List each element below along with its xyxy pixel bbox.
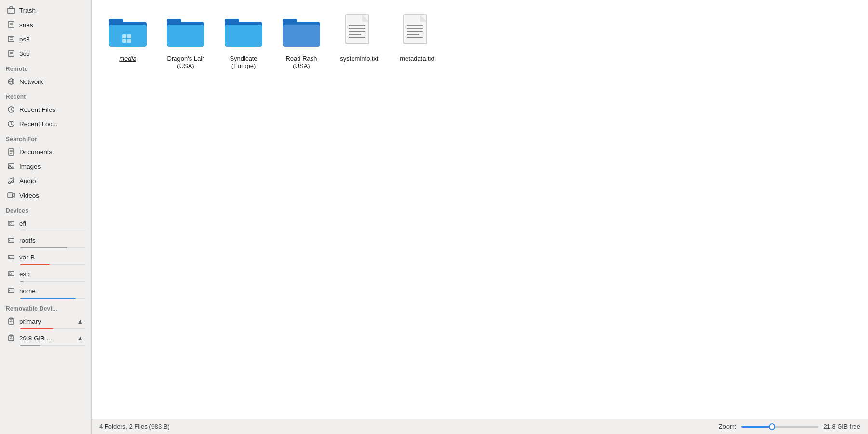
rootfs-bar xyxy=(20,247,85,248)
images-label: Images xyxy=(19,163,41,170)
sidebar-item-esp[interactable]: esp xyxy=(2,267,89,283)
file-item-systeminfo[interactable]: systeminfo.txt xyxy=(333,10,386,73)
trash-label: Trash xyxy=(19,7,36,14)
varb-bar xyxy=(20,264,85,265)
sidebar-item-efi[interactable]: efi xyxy=(2,217,89,232)
sidebar-item-29gb[interactable]: 29.8 GiB ... ▲ xyxy=(2,331,89,347)
file-name-road-rash: Road Rash (USA) xyxy=(278,55,325,69)
file-grid: media Dragon's Lair (USA) xyxy=(92,0,868,419)
sidebar-item-rootfs[interactable]: rootfs xyxy=(2,233,89,249)
free-space: 21.8 GiB free xyxy=(823,423,860,430)
zoom-thumb[interactable] xyxy=(769,423,775,430)
home-bar-fill xyxy=(20,298,76,299)
sidebar-item-documents[interactable]: Documents xyxy=(2,145,89,159)
content-area: media Dragon's Lair (USA) xyxy=(92,0,868,434)
folder-icon-dragons-lair xyxy=(166,14,205,52)
primary-bar xyxy=(20,328,85,329)
primary-bar-fill xyxy=(20,328,53,329)
svg-rect-27 xyxy=(9,222,11,224)
trash-icon xyxy=(7,6,15,14)
sidebar-item-primary[interactable]: primary ▲ xyxy=(2,314,89,330)
svg-rect-52 xyxy=(225,25,262,47)
textfile-icon-systeminfo xyxy=(340,14,379,52)
sidebar-item-trash[interactable]: Trash xyxy=(2,3,89,17)
file-item-dragons-lair[interactable]: Dragon's Lair (USA) xyxy=(159,10,212,73)
sidebar-item-ps3[interactable]: ps3 xyxy=(2,32,89,46)
svg-rect-34 xyxy=(8,289,14,293)
svg-rect-44 xyxy=(127,34,131,38)
zoom-label: Zoom: xyxy=(719,423,737,430)
svg-rect-38 xyxy=(9,336,14,341)
29gb-bar-fill xyxy=(20,345,40,346)
primary-label: primary xyxy=(19,318,41,325)
rootfs-bar-fill xyxy=(20,247,67,248)
file-item-syndicate[interactable]: Syndicate (Europe) xyxy=(217,10,270,73)
svg-point-31 xyxy=(9,257,10,258)
file-name-systeminfo: systeminfo.txt xyxy=(340,55,378,62)
file-item-metadata[interactable]: metadata.txt xyxy=(391,10,444,73)
zoom-fill xyxy=(741,426,772,428)
eject-primary[interactable]: ▲ xyxy=(77,317,83,325)
sidebar-item-3ds[interactable]: 3ds xyxy=(2,47,89,60)
eject-29gb[interactable]: ▲ xyxy=(77,334,83,342)
recent-files-label: Recent Files xyxy=(19,106,55,113)
status-right: Zoom: 21.8 GiB free xyxy=(719,423,860,430)
esp-bar-fill xyxy=(20,281,24,282)
snes-label: snes xyxy=(19,21,33,28)
file-item-road-rash[interactable]: Road Rash (USA) xyxy=(275,10,328,73)
sidebar-item-images[interactable]: Images xyxy=(2,160,89,173)
svg-rect-55 xyxy=(283,25,320,47)
videos-icon xyxy=(7,191,15,200)
network-icon xyxy=(7,77,15,86)
file-name-syndicate: Syndicate (Europe) xyxy=(220,55,267,69)
sidebar-item-recent-files[interactable]: Recent Files xyxy=(2,103,89,116)
svg-rect-41 xyxy=(109,19,123,26)
svg-rect-21 xyxy=(8,164,14,169)
svg-rect-51 xyxy=(225,19,239,26)
sidebar-item-videos[interactable]: Videos xyxy=(2,189,89,202)
file-name-metadata: metadata.txt xyxy=(400,55,434,62)
svg-rect-25 xyxy=(8,193,13,198)
drive-icon-home xyxy=(7,286,15,295)
svg-rect-28 xyxy=(8,238,14,242)
svg-rect-54 xyxy=(283,19,297,26)
ps3-label: ps3 xyxy=(19,36,30,43)
sidebar-item-network[interactable]: Network xyxy=(2,75,89,88)
svg-point-22 xyxy=(9,165,10,166)
file-name-dragons-lair: Dragon's Lair (USA) xyxy=(162,55,209,69)
svg-rect-36 xyxy=(9,319,14,324)
zoom-slider[interactable] xyxy=(741,426,818,428)
drive-icon-rootfs xyxy=(7,236,15,244)
section-devices: Devices xyxy=(0,203,91,216)
textfile-icon-metadata xyxy=(398,14,436,52)
sidebar-item-home[interactable]: home xyxy=(2,284,89,300)
sidebar-item-varb[interactable]: var-B xyxy=(2,250,89,266)
sidebar-item-recent-locations[interactable]: Recent Loc... xyxy=(2,117,89,131)
recent-files-icon xyxy=(7,105,15,114)
audio-label: Audio xyxy=(19,177,36,185)
section-recent: Recent xyxy=(0,89,91,102)
svg-rect-43 xyxy=(122,34,126,38)
section-remote: Remote xyxy=(0,61,91,74)
svg-rect-33 xyxy=(9,273,11,275)
3ds-label: 3ds xyxy=(19,50,30,57)
svg-rect-0 xyxy=(8,8,14,14)
svg-rect-46 xyxy=(127,39,131,43)
bookmark-icon-ps3 xyxy=(7,35,15,43)
removable-icon-29gb xyxy=(7,334,15,342)
status-info: 4 Folders, 2 Files (983 B) xyxy=(99,423,714,430)
sidebar: Trash snes ps3 xyxy=(0,0,92,434)
sidebar-item-snes[interactable]: snes xyxy=(2,18,89,31)
folder-icon-syndicate xyxy=(224,14,263,52)
drive-icon-varb xyxy=(7,253,15,261)
rootfs-label: rootfs xyxy=(19,237,36,244)
drive-icon-efi xyxy=(7,219,15,228)
file-item-media[interactable]: media xyxy=(101,10,154,73)
varb-label: var-B xyxy=(19,254,35,261)
29gb-bar xyxy=(20,345,85,346)
varb-bar-fill xyxy=(20,264,50,265)
sidebar-item-audio[interactable]: Audio xyxy=(2,174,89,188)
home-label: home xyxy=(19,287,36,295)
svg-point-23 xyxy=(9,182,11,184)
status-bar: 4 Folders, 2 Files (983 B) Zoom: 21.8 Gi… xyxy=(92,419,868,434)
